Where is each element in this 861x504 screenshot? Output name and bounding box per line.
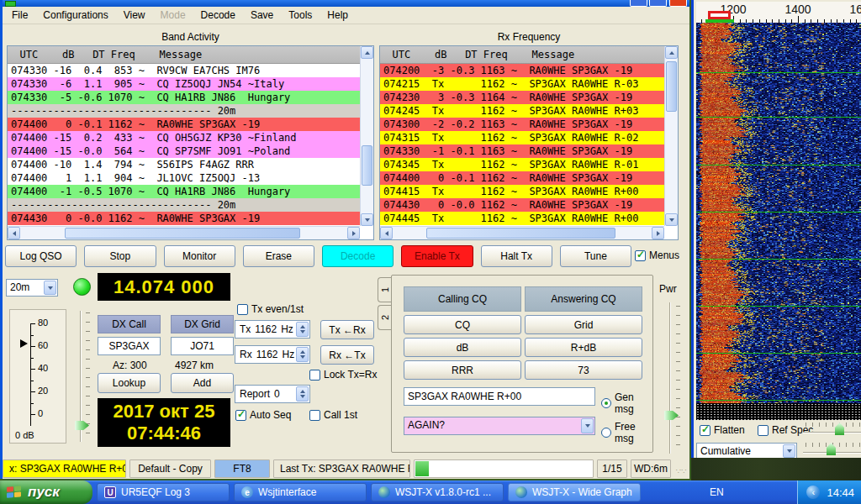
flatten-checkbox[interactable] — [700, 425, 710, 436]
decode-button[interactable]: Decode — [322, 245, 394, 267]
tab-2[interactable]: 2 — [378, 305, 392, 330]
tx-even-checkbox[interactable] — [237, 304, 248, 315]
call-1st-row[interactable]: Call 1st — [309, 409, 357, 421]
tx-from-rx-button[interactable]: Tx ←Rx — [320, 320, 374, 339]
scroll-thumb[interactable] — [666, 61, 677, 112]
band-activity-vscrollbar[interactable] — [360, 46, 373, 226]
chevron-down-icon[interactable] — [581, 418, 594, 433]
dx-grid-field[interactable]: JO71 — [171, 337, 234, 355]
msg-button-73[interactable]: 73 — [525, 360, 642, 380]
log-qso-button[interactable]: Log QSO — [5, 245, 77, 267]
decode-row[interactable]: 074330 -1 -0.1 1163 ~ RA0WHE SP3GAX -19 — [380, 144, 664, 158]
gen-msg-radio[interactable] — [601, 398, 611, 408]
decode-row[interactable]: 074345 Tx 1162 ~ SP3GAX RA0WHE R-01 — [380, 158, 664, 171]
decode-row[interactable]: 074245 Tx 1162 ~ SP3GAX RA0WHE R+03 — [380, 104, 664, 118]
free-msg-select[interactable]: AGAIN? — [404, 417, 595, 435]
scroll-up-icon[interactable] — [665, 46, 678, 59]
taskbar-task[interactable]: WSJT-X - Wide Graph — [508, 483, 641, 501]
period-separator-row[interactable]: --------------------------------- 20m — [8, 198, 360, 212]
tx-freq-spinner[interactable]: Tx1162Hz — [235, 320, 310, 339]
dx-call-field[interactable]: SP3GAX — [98, 337, 161, 355]
report-spinner[interactable]: Report0 — [235, 385, 310, 403]
decode-row[interactable]: 074315 Tx 1162 ~ SP3GAX RA0WHE R-02 — [380, 131, 664, 144]
call-1st-checkbox[interactable] — [309, 410, 320, 421]
scroll-down-icon[interactable] — [665, 213, 678, 226]
enable-tx-button[interactable]: Enable Tx — [401, 245, 473, 267]
minimize-button[interactable] — [630, 0, 647, 7]
waterfall-display[interactable] — [696, 23, 861, 403]
free-msg-row[interactable]: Free msg — [601, 421, 652, 444]
decode-row[interactable]: 074330 -6 1.1 905 ~ CQ IZ5OQJ JN54 ~Ital… — [8, 77, 360, 91]
decode-row[interactable]: 074445 Tx 1162 ~ SP3GAX RA0WHE R+00 — [380, 212, 664, 225]
decode-row[interactable]: 074215 Tx 1162 ~ SP3GAX RA0WHE R-03 — [380, 77, 664, 91]
decode-row[interactable]: 074430 0 -0.0 1162 ~ RA0WHE SP3GAX -19 — [380, 198, 664, 212]
msg-button-cq[interactable]: CQ — [404, 315, 521, 334]
free-msg-radio[interactable] — [601, 428, 611, 438]
band-activity-hscrollbar[interactable] — [8, 226, 360, 239]
scroll-thumb[interactable] — [65, 228, 300, 239]
menu-decode[interactable]: Decode — [193, 8, 243, 23]
menu-view[interactable]: View — [116, 8, 153, 23]
taskbar-task[interactable]: eWsjtinterface — [234, 483, 367, 501]
decode-row[interactable]: 074400 -15 -0.0 564 ~ CQ SP7SMF JO91 ~Po… — [8, 144, 360, 158]
language-indicator[interactable]: EN — [710, 486, 729, 498]
spinner-arrows-icon[interactable] — [296, 322, 309, 337]
scroll-right-icon[interactable] — [347, 227, 360, 239]
tab-1[interactable]: 1 — [378, 277, 392, 302]
chevron-down-icon[interactable] — [783, 444, 795, 458]
auto-seq-row[interactable]: Auto Seq — [235, 409, 291, 421]
scroll-right-icon[interactable] — [652, 227, 664, 239]
scroll-up-icon[interactable] — [361, 46, 373, 59]
stop-button[interactable]: Stop — [84, 245, 156, 267]
rx-freq-spinner[interactable]: Rx1162Hz — [235, 345, 310, 364]
flatten-row[interactable]: Flatten — [700, 424, 745, 436]
menu-save[interactable]: Save — [243, 8, 281, 23]
rx-frequency-hscrollbar[interactable] — [380, 226, 664, 239]
menu-configurations[interactable]: Configurations — [35, 8, 115, 23]
decode-row[interactable]: 074400 1 1.1 904 ~ JL1OVC IZ5OQJ -13 — [8, 171, 360, 185]
menu-help[interactable]: Help — [320, 8, 356, 23]
tune-button[interactable]: Tune — [560, 245, 631, 267]
lookup-button[interactable]: Lookup — [98, 373, 161, 393]
start-button[interactable]: пуск — [0, 480, 92, 504]
decode-row[interactable]: 074430 0 -0.0 1162 ~ RA0WHE SP3GAX -19 — [8, 212, 360, 225]
decode-row[interactable]: 074400 0 -0.1 1162 ~ RA0WHE SP3GAX -19 — [380, 171, 664, 185]
rx-frequency-vscrollbar[interactable] — [664, 46, 678, 226]
monitor-button[interactable]: Monitor — [164, 245, 235, 267]
gen-msg-input[interactable] — [404, 387, 595, 406]
rx-marker-red[interactable] — [708, 11, 731, 19]
auto-seq-checkbox[interactable] — [235, 410, 246, 421]
rx-from-tx-button[interactable]: Rx ←Tx — [320, 345, 374, 365]
resize-grip[interactable]: ⸪⸪ — [674, 459, 689, 478]
decode-row[interactable]: 074400 -10 1.4 794 ~ S56IPS F4AGZ RRR — [8, 158, 360, 171]
spinner-arrows-icon[interactable] — [296, 347, 309, 362]
ref-spec-checkbox[interactable] — [758, 425, 769, 436]
spinner-arrows-icon[interactable] — [296, 386, 309, 402]
decode-row[interactable]: 074400 0 -0.1 1162 ~ RA0WHE SP3GAX -19 — [8, 118, 360, 131]
add-button[interactable]: Add — [171, 373, 234, 393]
decode-row[interactable]: 074230 3 -0.3 1164 ~ RA0WHE SP3GAX -19 — [380, 91, 664, 104]
band-select[interactable]: 20m — [6, 279, 58, 297]
decode-row[interactable]: 074330 -5 -0.6 1070 ~ CQ HA1RB JN86 Hung… — [8, 91, 360, 104]
scroll-thumb[interactable] — [426, 228, 615, 239]
lock-txrx-checkbox[interactable] — [309, 370, 320, 381]
erase-button[interactable]: Erase — [243, 245, 314, 267]
msg-button-db[interactable]: dB — [404, 338, 521, 357]
period-separator-row[interactable]: --------------------------------- 20m — [8, 104, 360, 118]
decode-row[interactable]: 074330 -16 0.4 853 ~ RV9CW EA7CHS IM76 — [8, 64, 360, 77]
close-button[interactable] — [669, 0, 687, 7]
msg-button-rdb[interactable]: R+dB — [525, 338, 642, 357]
tx-even-row[interactable]: Tx even/1st — [237, 303, 304, 315]
decode-row[interactable]: 074200 -3 -0.3 1163 ~ RA0WHE SP3GAX -19 — [380, 64, 664, 77]
lock-txrx-row[interactable]: Lock Tx=Rx — [309, 369, 377, 381]
halt-tx-button[interactable]: Halt Tx — [481, 245, 552, 267]
gen-msg-row[interactable]: Gen msg — [601, 391, 652, 415]
decode-row[interactable]: 074300 -2 -0.2 1163 ~ RA0WHE SP3GAX -19 — [380, 118, 664, 131]
menus-checkbox-row[interactable]: Menus — [635, 249, 679, 261]
menu-tools[interactable]: Tools — [281, 8, 320, 23]
scroll-thumb[interactable] — [362, 145, 372, 186]
msg-button-rrr[interactable]: RRR — [404, 360, 521, 380]
scroll-left-icon[interactable] — [8, 227, 20, 239]
scroll-down-icon[interactable] — [361, 213, 373, 226]
hide-icons-icon[interactable]: ‹ — [806, 486, 820, 499]
